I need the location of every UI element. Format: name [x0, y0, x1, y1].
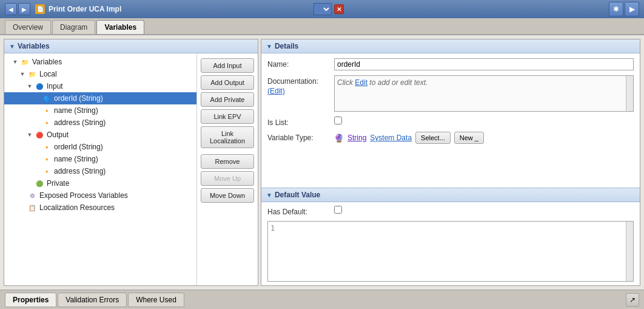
variables-panel-body: ▼ 📁 Variables ▼ 📁 Local ▼ 🔵 Input — [4, 53, 258, 285]
documentation-label-area: Documentation: (Edit) — [267, 75, 334, 95]
default-collapse-arrow[interactable]: ▼ — [266, 192, 272, 199]
link-epv-button[interactable]: Link EPV — [201, 109, 254, 124]
details-panel-header: ▼ Details — [261, 39, 640, 53]
name-input[interactable] — [334, 58, 634, 70]
expand-input[interactable]: ▼ — [26, 83, 33, 89]
folder-icon-output: 🔴 — [35, 130, 44, 140]
expand-orderid — [33, 95, 41, 101]
var-icon-orderid: 🔷 — [42, 93, 52, 103]
tree-item-name[interactable]: 🔸 name (String) — [4, 104, 196, 117]
tree-item-address[interactable]: 🔸 address (String) — [4, 117, 196, 129]
has-default-label: Has Default: — [267, 206, 334, 216]
details-body: Name: Documentation: (Edit) Click Edit t… — [261, 53, 640, 185]
tree-item-local[interactable]: ▼ 📁 Local — [4, 68, 196, 80]
run-button[interactable]: ▶ — [625, 2, 639, 16]
var-icon-name: 🔸 — [42, 106, 52, 115]
tree-item-private[interactable]: 🟢 Private — [4, 177, 196, 189]
documentation-field-value: Click Edit to add or edit text. — [334, 75, 634, 112]
tree-item-out-orderid[interactable]: 🔸 orderId (String) — [4, 141, 196, 153]
details-panel-title: Details — [275, 42, 298, 50]
documentation-box[interactable]: Click Edit to add or edit text. — [334, 75, 634, 112]
edit-link-inline[interactable]: Edit — [355, 78, 367, 87]
close-button[interactable]: ✕ — [334, 4, 344, 14]
variable-type-system-link[interactable]: System Data — [370, 134, 412, 142]
expand-localization — [19, 205, 26, 211]
is-list-field-value — [334, 117, 634, 124]
bottom-tab-validation[interactable]: Validation Errors — [58, 293, 127, 307]
select-type-button[interactable]: Select... — [415, 132, 451, 144]
tree-item-exposed[interactable]: ⚙ Exposed Process Variables — [4, 189, 196, 202]
variable-type-string-link[interactable]: String — [347, 134, 366, 142]
folder-icon-input: 🔵 — [35, 81, 44, 91]
new-type-button[interactable]: New _ — [454, 132, 484, 144]
tree-label-address: address (String) — [54, 118, 106, 127]
tree-label-out-name: name (String) — [54, 155, 98, 163]
expand-out-address — [33, 168, 41, 174]
is-list-checkbox[interactable] — [334, 117, 342, 124]
details-panel: ▼ Details Name: Documentation: (Edit) Cl… — [261, 39, 640, 286]
tree-label-local: Local — [39, 70, 57, 78]
edit-documentation-link[interactable]: (Edit) — [267, 87, 334, 95]
tree-label-localization: Localization Resources — [39, 203, 115, 212]
tree-label-name: name (String) — [54, 106, 98, 115]
icon-localization: 📋 — [27, 203, 37, 212]
tab-diagram[interactable]: Diagram — [52, 20, 95, 34]
documentation-field-row: Documentation: (Edit) Click Edit to add … — [267, 75, 634, 112]
var-icon-out-orderid: 🔸 — [42, 142, 52, 152]
link-localization-button[interactable]: Link Localization — [201, 126, 254, 148]
details-collapse-arrow[interactable]: ▼ — [266, 43, 272, 50]
tree-label-out-orderid: orderId (String) — [54, 143, 103, 151]
title-nav: ◀ ▶ — [5, 3, 30, 15]
tree-item-variables-root[interactable]: ▼ 📁 Variables — [4, 56, 196, 68]
move-up-button[interactable]: Move Up — [201, 171, 254, 186]
name-field-value — [334, 58, 634, 70]
add-private-button[interactable]: Add Private — [201, 92, 254, 107]
main-content: ▼ Variables ▼ 📁 Variables ▼ 📁 Local — [0, 35, 644, 290]
doc-scrollbar[interactable] — [626, 76, 633, 111]
variables-collapse-arrow[interactable]: ▼ — [9, 43, 15, 50]
default-value-editor[interactable]: 1 — [267, 221, 634, 282]
tree-label-private: Private — [47, 179, 69, 188]
has-default-checkbox[interactable] — [334, 206, 342, 214]
title-bar: ◀ ▶ 📄 Print Order UCA Impl ✕ ✱ ▶ — [0, 0, 644, 18]
remove-button[interactable]: Remove — [201, 154, 254, 169]
bottom-action-button[interactable]: ↗ — [626, 293, 639, 307]
add-output-button[interactable]: Add Output — [201, 75, 254, 90]
bottom-tab-properties[interactable]: Properties — [5, 293, 56, 307]
tree-item-out-address[interactable]: 🔸 address (String) — [4, 165, 196, 177]
title-dropdown[interactable] — [314, 3, 332, 15]
tab-variables[interactable]: Variables — [96, 20, 144, 34]
tab-overview[interactable]: Overview — [5, 20, 51, 34]
expand-out-name — [33, 156, 41, 162]
tree-label-exposed: Exposed Process Variables — [39, 191, 128, 200]
tree-item-orderid[interactable]: 🔷 orderId (String) — [4, 92, 196, 104]
expand-address — [33, 120, 41, 126]
default-value-body: Has Default: 1 — [261, 202, 640, 285]
back-button[interactable]: ◀ — [5, 3, 17, 15]
settings-button[interactable]: ✱ — [609, 2, 623, 16]
variables-panel: ▼ Variables ▼ 📁 Variables ▼ 📁 Local — [4, 39, 258, 286]
variables-tree: ▼ 📁 Variables ▼ 📁 Local ▼ 🔵 Input — [4, 53, 197, 285]
move-down-button[interactable]: Move Down — [201, 188, 254, 203]
editor-scrollbar[interactable] — [626, 222, 633, 281]
var-icon-address: 🔸 — [42, 118, 52, 127]
has-default-field-value — [334, 206, 634, 214]
tree-item-out-name[interactable]: 🔸 name (String) — [4, 153, 196, 165]
expand-variables-root[interactable]: ▼ — [12, 59, 19, 65]
var-icon-out-address: 🔸 — [42, 166, 52, 176]
bottom-tab-where-used[interactable]: Where Used — [128, 293, 184, 307]
forward-button[interactable]: ▶ — [18, 3, 30, 15]
tree-item-output[interactable]: ▼ 🔴 Output — [4, 129, 196, 141]
expand-output[interactable]: ▼ — [26, 132, 33, 138]
tree-item-input[interactable]: ▼ 🔵 Input — [4, 80, 196, 92]
tree-item-localization[interactable]: 📋 Localization Resources — [4, 202, 196, 214]
documentation-label: Documentation: — [267, 75, 334, 86]
default-value-header: ▼ Default Value — [261, 188, 640, 202]
var-icon-out-name: 🔸 — [42, 154, 52, 164]
title-icon: 📄 — [35, 4, 45, 14]
folder-icon-variables-root: 📁 — [20, 57, 30, 67]
tree-label-orderid: orderId (String) — [54, 94, 103, 103]
tree-label-input: Input — [47, 82, 63, 90]
add-input-button[interactable]: Add Input — [201, 58, 254, 73]
expand-local[interactable]: ▼ — [19, 71, 26, 77]
